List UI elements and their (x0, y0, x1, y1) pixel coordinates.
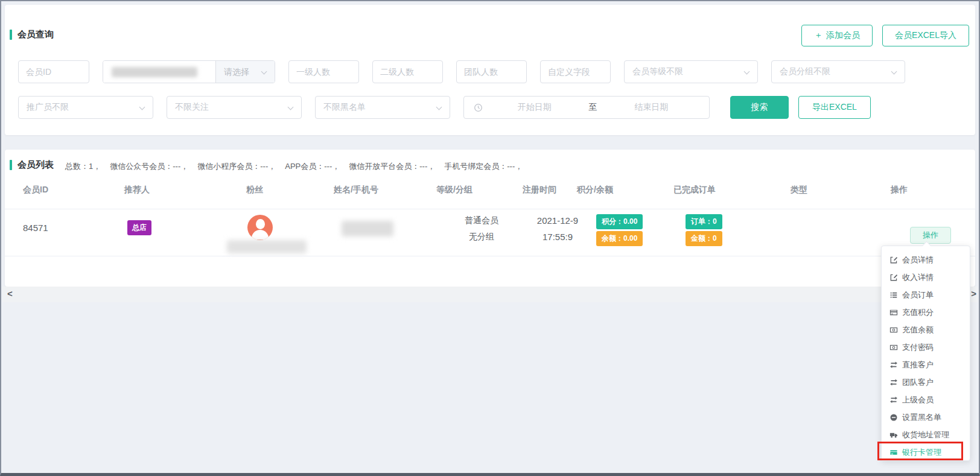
keyword-composite-field: 请选择 (103, 60, 275, 83)
member-level-cell: 普通会员 (451, 215, 512, 226)
level1-count-input[interactable] (288, 60, 359, 83)
action-menu-item[interactable]: 收货地址管理 (882, 426, 970, 443)
balance-badge: 余额：0.00 (596, 231, 643, 246)
column-header-actions: 操作 (891, 185, 908, 195)
add-member-label: 添加会员 (826, 30, 860, 41)
filter-row-2: 推广员不限 不限关注 不限黑名单 开始日期 至 结束日期 搜索 导出EXCEL (18, 96, 871, 119)
action-menu-item[interactable]: 会员详情 (882, 251, 970, 268)
action-menu-item-label: 团队客户 (902, 377, 934, 388)
chevron-down-icon (139, 104, 145, 110)
register-date-cell: 2021-12-9 (527, 215, 588, 226)
action-menu-item-label: 直推客户 (902, 360, 934, 370)
column-header-points: 积分/余额 (577, 185, 613, 195)
add-member-button[interactable]: ＋ 添加会员 (801, 25, 873, 46)
member-id-cell: 84571 (23, 223, 48, 233)
list-title-text: 会员列表 (18, 159, 54, 171)
points-badge: 积分：0.00 (596, 214, 643, 229)
horizontal-scroll-band: < > (2, 287, 978, 302)
scroll-right-icon[interactable]: > (971, 288, 976, 299)
action-menu-item[interactable]: 充值余额 (882, 321, 970, 338)
action-menu-item-label: 上级会员 (902, 395, 934, 405)
register-date-range-picker[interactable]: 开始日期 至 结束日期 (463, 96, 710, 119)
action-menu-item-label: 会员详情 (902, 255, 934, 265)
member-stats: 总数：1，微信公众号会员：---，微信小程序会员：---，APP会员：---，微… (65, 161, 532, 172)
avatar-person-icon (256, 219, 265, 229)
member-level-select[interactable]: 会员等级不限 (624, 60, 758, 83)
member-admin-window: 会员查询 ＋ 添加会员 会员EXCEL导入 请选择 (0, 0, 980, 476)
row-action-button[interactable]: 操作 (910, 227, 951, 244)
custom-field-input[interactable] (540, 60, 611, 83)
keyword-type-select[interactable]: 请选择 (215, 61, 275, 83)
action-menu-item-label: 收货地址管理 (902, 430, 949, 440)
member-list-card: 会员列表 总数：1，微信公众号会员：---，微信小程序会员：---，APP会员：… (5, 150, 975, 287)
plus-icon: ＋ (814, 30, 822, 41)
member-avatar (247, 215, 273, 240)
register-time-cell: 17:55:9 (527, 232, 588, 242)
filter-row-1: 请选择 会员等级不限 会员分组不限 (18, 60, 905, 83)
excel-import-button[interactable]: 会员EXCEL导入 (882, 25, 969, 46)
stat-item: 微信开放平台会员：---， (349, 162, 435, 171)
highlight-annotation-box (877, 442, 963, 460)
end-date-placeholder[interactable]: 结束日期 (600, 102, 704, 113)
chevron-down-icon (288, 104, 294, 110)
member-group-select[interactable]: 会员分组不限 (771, 60, 905, 83)
redacted-text (112, 67, 197, 77)
section-accent-bar (10, 160, 12, 170)
action-menu-item-label: 设置黑名单 (902, 412, 941, 423)
team-count-input[interactable] (456, 60, 527, 83)
column-header-orders: 已完成订单 (673, 185, 716, 195)
scroll-left-icon[interactable]: < (7, 288, 13, 299)
redacted-nickname (227, 240, 307, 253)
column-header-type: 类型 (791, 185, 807, 195)
stat-item: 微信公众号会员：---， (110, 162, 188, 171)
column-header-level-group: 等级/分组 (436, 185, 472, 195)
action-menu-item[interactable]: 直推客户 (882, 356, 970, 373)
action-menu-item[interactable]: 设置黑名单 (882, 408, 970, 426)
list-icon (889, 291, 898, 299)
action-menu-item[interactable]: 会员订单 (882, 286, 970, 303)
member-id-input[interactable] (18, 60, 89, 83)
level2-count-input[interactable] (372, 60, 443, 83)
chevron-down-icon (436, 104, 442, 110)
column-header-reg-time: 注册时间 (523, 185, 556, 195)
action-menu-item[interactable]: 支付密码 (882, 338, 970, 356)
start-date-placeholder[interactable]: 开始日期 (483, 102, 587, 113)
list-section-title: 会员列表 (10, 159, 54, 171)
redacted-name-phone (342, 221, 393, 236)
truck-icon (889, 431, 898, 439)
search-title-text: 会员查询 (18, 29, 54, 40)
action-menu-item-label: 充值余额 (902, 325, 934, 335)
search-button[interactable]: 搜索 (730, 96, 789, 119)
card-icon (889, 308, 898, 317)
member-search-card: 会员查询 ＋ 添加会员 会员EXCEL导入 请选择 (5, 5, 975, 135)
keyword-input-redacted[interactable] (103, 61, 215, 83)
section-accent-bar (10, 30, 12, 40)
swap-icon (889, 378, 898, 387)
action-menu-item-label: 会员订单 (902, 290, 934, 300)
amount-badge: 金额：0 (686, 231, 722, 246)
table-header-divider (5, 209, 975, 209)
action-menu-item[interactable]: 上级会员 (882, 391, 970, 408)
edit-icon (889, 256, 898, 264)
orders-badge: 订单：0 (686, 214, 722, 229)
action-menu-item[interactable]: 团队客户 (882, 373, 970, 391)
action-menu-item-label: 支付密码 (902, 342, 934, 353)
action-menu-item[interactable]: 充值积分 (882, 303, 970, 321)
stat-item: 手机号绑定会员：---， (444, 162, 523, 171)
column-header-name-phone: 姓名/手机号 (334, 185, 378, 195)
column-header-member-id: 会员ID (23, 185, 48, 195)
chevron-down-icon (261, 69, 267, 75)
blacklist-select[interactable]: 不限黑名单 (315, 96, 450, 119)
money-icon (889, 343, 898, 352)
chevron-down-icon (744, 69, 750, 75)
search-section-title: 会员查询 (10, 29, 54, 40)
table-row-divider (5, 256, 975, 256)
promoter-select[interactable]: 推广员不限 (18, 96, 153, 119)
action-menu-item[interactable]: 收入详情 (882, 268, 970, 286)
date-to-label: 至 (587, 102, 600, 113)
swap-icon (889, 396, 898, 404)
export-excel-button[interactable]: 导出EXCEL (798, 96, 871, 119)
follow-select[interactable]: 不限关注 (167, 96, 302, 119)
stat-item: APP会员：---， (285, 162, 340, 171)
clock-icon (474, 103, 483, 112)
